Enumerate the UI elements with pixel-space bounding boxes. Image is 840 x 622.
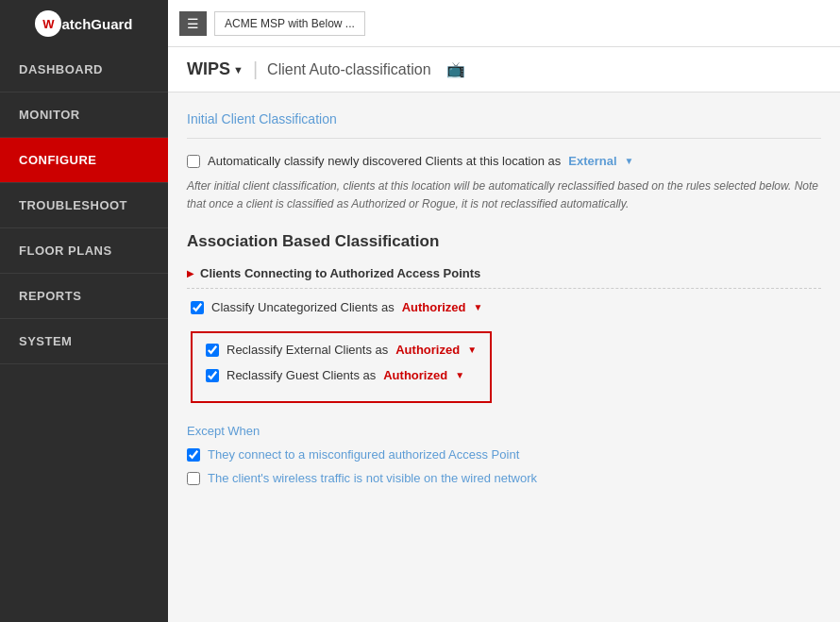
sidebar: DASHBOARD MONITOR CONFIGURE TROUBLESHOOT… [0,47,168,622]
wips-dropdown-arrow: ▼ [233,64,244,76]
reclassify-external-label: Reclassify External Clients as [227,343,388,357]
sidebar-item-floor-plans[interactable]: FLOOR PLANS [0,228,168,274]
page-title: Client Auto-classification [267,61,430,78]
content-area: WIPS ▼ | Client Auto-classification 📺 In… [168,47,840,622]
monitor-icon[interactable]: 📺 [446,60,465,78]
reclassify-guest-checkbox[interactable] [206,369,219,382]
initial-section: Initial Client Classification Automatica… [187,111,821,213]
auto-classify-row: Automatically classify newly discovered … [187,154,821,168]
header-separator: | [253,59,258,80]
auto-classify-label: Automatically classify newly discovered … [208,154,561,168]
not-visible-row: The client's wireless traffic is not vis… [187,471,821,485]
reclassify-external-arrow[interactable]: ▼ [467,345,477,355]
divider-1 [187,138,821,139]
association-heading: Association Based Classification [187,232,821,251]
reclassify-external-value[interactable]: Authorized [395,343,460,357]
subsection-row: ▶ Clients Connecting to Authorized Acces… [187,266,821,289]
italic-note: After initial client classification, cli… [187,177,821,213]
acme-button[interactable]: ACME MSP with Below ... [214,11,365,36]
classify-uncategorized-label: Classify Uncategorized Clients as [211,300,395,314]
reclassify-guest-row: Reclassify Guest Clients as Authorized ▼ [206,368,477,382]
initial-section-title: Initial Client Classification [187,111,821,126]
triangle-icon: ▶ [187,268,194,278]
misconfigured-row: They connect to a misconfigured authoriz… [187,447,821,462]
logo-text: atchGuard [61,16,132,32]
misconfigured-label: They connect to a misconfigured authoriz… [208,447,519,462]
wips-button[interactable]: WIPS ▼ [187,59,244,79]
reclassify-guest-value[interactable]: Authorized [383,368,447,382]
except-when-section: Except When They connect to a misconfigu… [187,424,821,485]
sidebar-item-troubleshoot[interactable]: TROUBLESHOOT [0,183,168,228]
logo-area: W atchGuard [0,0,168,47]
except-when-label: Except When [187,424,821,438]
classify-uncategorized-group: Classify Uncategorized Clients as Author… [191,300,821,411]
sidebar-item-system[interactable]: SYSTEM [0,319,168,364]
sidebar-item-dashboard[interactable]: DASHBOARD [0,47,168,92]
not-visible-checkbox[interactable] [187,472,200,485]
association-section: Association Based Classification ▶ Clien… [187,232,821,485]
external-dropdown-arrow[interactable]: ▼ [625,156,634,166]
classify-uncategorized-arrow[interactable]: ▼ [474,302,483,312]
reclassify-external-checkbox[interactable] [206,344,219,357]
content-header: WIPS ▼ | Client Auto-classification 📺 [168,47,840,92]
sidebar-item-reports[interactable]: REPORTS [0,274,168,319]
reclassify-highlight-box: Reclassify External Clients as Authorize… [191,331,492,403]
external-dropdown[interactable]: External [568,154,616,168]
reclassify-guest-label: Reclassify Guest Clients as [227,368,376,382]
not-visible-label: The client's wireless traffic is not vis… [208,471,537,485]
classify-uncategorized-value[interactable]: Authorized [402,300,466,314]
subsection-title: Clients Connecting to Authorized Access … [200,266,480,280]
content-body: Initial Client Classification Automatica… [168,92,840,622]
auto-classify-checkbox[interactable] [187,155,200,168]
reclassify-external-row: Reclassify External Clients as Authorize… [206,343,477,357]
sidebar-item-configure[interactable]: CONFIGURE [0,138,168,183]
misconfigured-checkbox[interactable] [187,448,200,462]
classify-uncategorized-checkbox[interactable] [191,301,204,314]
reclassify-guest-arrow[interactable]: ▼ [455,370,464,380]
classify-uncategorized-row: Classify Uncategorized Clients as Author… [191,300,821,314]
logo-icon: W [35,10,61,37]
sidebar-item-monitor[interactable]: MONITOR [0,92,168,138]
menu-button[interactable]: ☰ [179,11,207,36]
